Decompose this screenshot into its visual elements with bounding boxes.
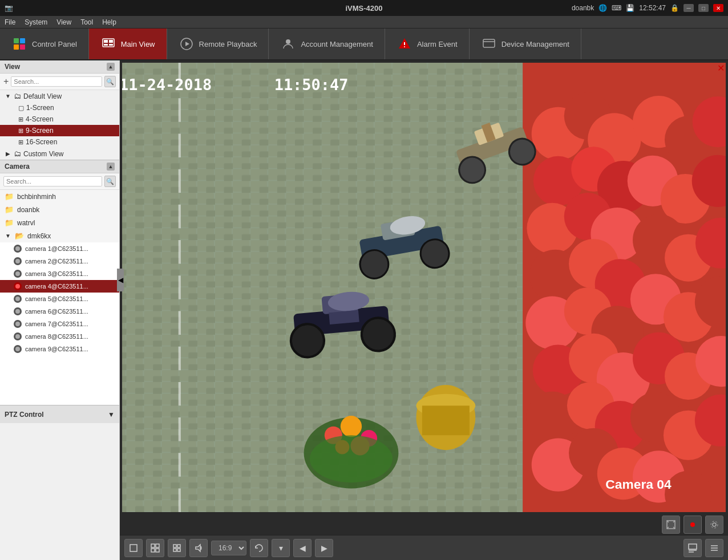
tree-label-9screen: 9-Screen (26, 127, 54, 135)
content-area: ✕ (120, 60, 728, 560)
speaker-button[interactable] (189, 539, 208, 557)
svg-rect-2 (14, 44, 19, 50)
close-feed-button[interactable]: ✕ (717, 63, 725, 74)
camera-item-4[interactable]: camera 4@C623511... (0, 280, 119, 293)
tab-remote-playback[interactable]: Remote Playback (167, 29, 269, 59)
camera-item-5[interactable]: camera 5@C623511... (0, 293, 119, 305)
menu-help[interactable]: Help (102, 18, 116, 26)
dropdown-button[interactable]: ▾ (272, 539, 290, 557)
svg-rect-106 (173, 549, 176, 551)
tree-item-4screen[interactable]: ⊞ 4-Screen (0, 113, 119, 125)
sidebar-collapse-button[interactable]: ◀ (117, 269, 124, 291)
svg-rect-99 (130, 545, 137, 551)
titlebar-left: 📷 (5, 4, 13, 12)
camera-group-bchbinhminh[interactable]: 📁 bchbinhminh (0, 190, 119, 203)
maximize-button[interactable]: □ (698, 4, 709, 12)
menu-file[interactable]: File (5, 18, 15, 26)
record-dot-icon (690, 522, 695, 527)
ptz-control[interactable]: PTZ Control ▼ (0, 405, 119, 423)
camera-group-watrvl[interactable]: 📁 watrvl (0, 216, 119, 229)
view-search-button[interactable]: 🔍 (104, 76, 116, 87)
tab-alarm-event[interactable]: Alarm Event (385, 29, 470, 59)
svg-point-97 (713, 523, 716, 526)
record-button[interactable] (683, 516, 702, 534)
collapse-camera-icon[interactable]: ▲ (107, 163, 115, 171)
svg-rect-103 (156, 549, 159, 552)
settings-feed-button[interactable] (705, 516, 723, 534)
menu-system[interactable]: System (25, 18, 47, 26)
more-options-button[interactable] (705, 539, 723, 557)
camera-search-input[interactable] (3, 176, 102, 186)
single-view-button[interactable] (124, 539, 143, 557)
main-layout: View ▲ + 🔍 ▼ 🗂 Default View ▢ 1-S (0, 60, 728, 560)
camera-dot-9 (14, 345, 22, 353)
camera-dot-6 (14, 307, 22, 315)
camera-item-9[interactable]: camera 9@C623511... (0, 343, 119, 355)
camera-item-6[interactable]: camera 6@C623511... (0, 305, 119, 318)
camera-item-2[interactable]: camera 2@C623511... (0, 255, 119, 267)
view-search-input[interactable] (11, 76, 102, 87)
camera-grid: 11-24-2018 11:50:47 Camera 04 (120, 60, 728, 514)
camera-label-3: camera 3@C623511... (25, 270, 88, 277)
camera-item-8[interactable]: camera 8@C623511... (0, 330, 119, 343)
menu-tool[interactable]: Tool (80, 18, 93, 26)
svg-rect-92 (422, 405, 470, 435)
screen1-icon: ▢ (18, 104, 24, 112)
screen16-icon: ⊞ (18, 139, 23, 146)
ptz-label: PTZ Control (5, 411, 44, 419)
screen4-icon: ⊞ (18, 116, 23, 123)
group-folder-icon2: 📁 (5, 205, 14, 214)
view-header-icons: ▲ (107, 63, 115, 71)
layout-button[interactable] (683, 539, 702, 557)
next-button[interactable]: ▶ (315, 539, 333, 557)
app-title: iVMS-4200 (345, 4, 382, 13)
tree-item-1screen[interactable]: ▢ 1-Screen (0, 102, 119, 113)
collapse-view-icon[interactable]: ▲ (107, 63, 115, 71)
svg-rect-0 (14, 38, 19, 43)
tab-main-view[interactable]: Main View (89, 29, 167, 59)
tab-device-management-label: Device Management (501, 40, 569, 48)
app-icon: 📷 (5, 4, 13, 12)
fit-screen-button[interactable] (662, 516, 680, 534)
camera-label-4: camera 4@C623511... (25, 283, 88, 290)
camera-item-7[interactable]: camera 7@C623511... (0, 318, 119, 330)
tab-control-panel[interactable]: Control Panel (0, 29, 89, 59)
camera-dot-5 (14, 295, 22, 303)
camera-section: Camera ▲ 🔍 📁 bchbinhminh 📁 doanbk (0, 160, 119, 405)
view-section: View ▲ + 🔍 ▼ 🗂 Default View ▢ 1-S (0, 60, 119, 160)
close-button[interactable]: ✕ (713, 4, 723, 12)
expand-custom-icon: ▶ (5, 151, 11, 157)
camera-dot-4 (14, 282, 22, 290)
tree-item-custom-view[interactable]: ▶ 🗂 Custom View (0, 148, 119, 160)
camera-group-doanbk[interactable]: 📁 doanbk (0, 203, 119, 216)
navigation-tabs: Control Panel Main View Remote Playback … (0, 29, 728, 60)
camera-search-button[interactable]: 🔍 (104, 176, 116, 187)
svg-rect-105 (177, 545, 180, 547)
fullscreen-button[interactable] (168, 539, 186, 557)
camera-feed-main[interactable]: 11-24-2018 11:50:47 Camera 04 (122, 63, 726, 512)
titlebar: 📷 iVMS-4200 doanbk 🌐 ⌨ 💾 12:52:47 🔒 ─ □ … (0, 0, 728, 16)
main-view-icon (100, 36, 116, 52)
control-panel-icon (11, 36, 27, 52)
rotate-button[interactable] (250, 539, 268, 557)
menu-view[interactable]: View (56, 18, 71, 26)
svg-point-13 (404, 46, 405, 47)
svg-rect-101 (156, 544, 159, 547)
quad-view-button[interactable] (146, 539, 164, 557)
camera-group-dmk6kx[interactable]: ▼ 📂 dmk6kx (0, 229, 119, 242)
ptz-chevron-icon: ▼ (108, 411, 115, 419)
aspect-ratio-select[interactable]: 16:9 4:3 1:1 (211, 541, 246, 555)
tab-device-management[interactable]: Device Management (470, 29, 581, 59)
add-view-icon[interactable]: + (3, 76, 9, 87)
camera-label-1: camera 1@C623511... (25, 245, 88, 252)
tree-item-9screen[interactable]: ⊞ 9-Screen (0, 125, 119, 136)
tree-item-default-view[interactable]: ▼ 🗂 Default View (0, 90, 119, 102)
device-management-icon (481, 36, 497, 52)
tab-account-management[interactable]: Account Management (269, 29, 385, 59)
username: doanbk (572, 4, 594, 12)
camera-item-1[interactable]: camera 1@C623511... (0, 242, 119, 255)
prev-button[interactable]: ◀ (293, 539, 312, 557)
minimize-button[interactable]: ─ (683, 4, 694, 12)
tree-item-16screen[interactable]: ⊞ 16-Screen (0, 136, 119, 148)
camera-item-3[interactable]: camera 3@C623511... (0, 267, 119, 280)
